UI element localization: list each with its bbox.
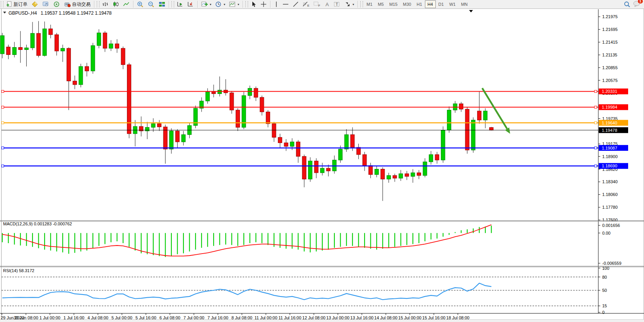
svg-text:1.19984: 1.19984 (602, 105, 617, 109)
shift-marker[interactable] (469, 10, 473, 12)
candle (260, 97, 264, 112)
tab-timeframe-m15[interactable]: M15 (387, 0, 400, 8)
price-tag-1.19087: 1.19087 (599, 145, 628, 151)
candle (121, 48, 125, 65)
time-axis: 29 Jun 202230 Jun 08:001 Jul 00:001 Jul … (0, 313, 644, 319)
line-anchor[interactable] (594, 165, 597, 167)
line-anchor[interactable] (2, 165, 4, 167)
chart-canvas[interactable]: GBPUSD-,H41.19537 1.19548 1.19472 1.1947… (0, 0, 644, 319)
navigator-button[interactable] (40, 0, 51, 9)
line-anchor[interactable] (594, 122, 597, 124)
arrows-button[interactable]: ▾ (343, 0, 356, 9)
grid-button[interactable]: F (312, 0, 322, 9)
current-price-tag: 1.19478 (599, 127, 628, 133)
candle (85, 66, 89, 71)
rsi-tick-label: 50 (602, 288, 607, 293)
candlestick-chart-button[interactable] (111, 0, 121, 9)
time-tick-label: 13 Jul 16:00 (350, 315, 373, 319)
indicators-button[interactable]: ▾ (199, 0, 213, 9)
candle (272, 124, 276, 137)
horizontal-line-button[interactable] (281, 0, 291, 9)
candle (490, 128, 493, 130)
candle (170, 131, 173, 149)
tab-timeframe-d1[interactable]: D1 (436, 0, 447, 8)
line-chart-icon (123, 1, 130, 7)
pivot-line[interactable] (2, 122, 598, 124)
market-watch-button[interactable] (29, 0, 40, 9)
search-icon[interactable] (624, 1, 631, 7)
line-chart-button[interactable] (121, 0, 132, 9)
text-label-button[interactable]: T (332, 0, 343, 9)
candle (24, 48, 28, 50)
time-tick-label: 30 Jun 08:00 (14, 315, 38, 319)
candle (314, 161, 318, 173)
support-line-2[interactable] (2, 165, 598, 167)
price-tick-label: 1.21135 (602, 53, 617, 57)
text-button[interactable]: A (322, 0, 332, 9)
zoom-in-button[interactable] (135, 0, 146, 9)
new-order-button[interactable]: 新订单 (4, 0, 29, 9)
templates-icon (229, 1, 236, 7)
price-tag-1.19640: 1.19640 (599, 120, 628, 126)
text-icon: A (324, 1, 330, 7)
tab-timeframe-h4[interactable]: H4 (425, 0, 436, 8)
tab-timeframe-m30[interactable]: M30 (400, 0, 414, 8)
candle (158, 124, 161, 127)
line-anchor[interactable] (594, 106, 597, 108)
templates-button[interactable]: ▾ (227, 0, 241, 9)
price-tick-label: 1.17780 (602, 205, 618, 210)
line-anchor[interactable] (2, 106, 4, 108)
rsi-tick-label: 0 (602, 310, 605, 315)
line-anchor[interactable] (2, 90, 4, 92)
fibonacci-icon: E (303, 1, 310, 7)
candle (308, 161, 312, 179)
price-tick-label: 1.20855 (602, 65, 618, 70)
line-anchor[interactable] (2, 147, 4, 149)
tab-timeframe-mn[interactable]: MN (458, 0, 470, 8)
terminal-button[interactable] (51, 0, 62, 9)
time-tick-label: 18 Jul 08:00 (446, 315, 469, 319)
line-anchor[interactable] (594, 90, 597, 92)
crosshair-button[interactable] (259, 0, 269, 9)
chart-shift-button[interactable] (185, 0, 196, 9)
candle (429, 155, 433, 162)
line-anchor[interactable] (594, 147, 597, 149)
tab-timeframe-m5[interactable]: M5 (375, 0, 386, 8)
cursor-button[interactable] (249, 0, 259, 9)
tile-windows-button[interactable] (157, 0, 167, 9)
candle (91, 46, 95, 71)
tab-timeframe-w1[interactable]: W1 (447, 0, 459, 8)
time-tick-label: 13 Jul 00:00 (326, 315, 349, 319)
terminal-icon (53, 1, 60, 7)
notifications-button[interactable]: 1 (633, 0, 641, 8)
tab-timeframe-h1[interactable]: H1 (414, 0, 425, 8)
notification-badge: 1 (637, 0, 643, 4)
tab-timeframe-m1[interactable]: M1 (364, 0, 375, 8)
candle (471, 120, 475, 150)
chart-shift-icon (187, 1, 194, 7)
candle (254, 88, 258, 97)
auto-scroll-icon (177, 1, 183, 7)
price-tick-label: 1.20575 (602, 78, 618, 83)
price-tick-label: 1.21695 (602, 27, 618, 32)
candle (145, 127, 149, 131)
auto-scroll-button[interactable] (175, 0, 185, 9)
toolbar-grip[interactable] (1, 1, 3, 7)
periods-button[interactable]: ▾ (213, 0, 227, 9)
line-anchor[interactable] (2, 122, 4, 124)
candle (435, 155, 439, 160)
candle (151, 124, 155, 127)
svg-text:1.19087: 1.19087 (602, 146, 617, 150)
candle (411, 173, 415, 176)
price-tick-label: 1.18900 (602, 154, 618, 159)
zoom-out-button[interactable] (146, 0, 157, 9)
fibonacci-button[interactable]: E (301, 0, 312, 9)
autotrading-button[interactable]: 自动交易 (62, 0, 92, 9)
candle (175, 131, 179, 142)
bar-chart-button[interactable] (100, 0, 111, 9)
macd-signal-line (2, 225, 492, 256)
trendline-button[interactable] (291, 0, 301, 9)
vertical-line-button[interactable] (272, 0, 281, 9)
resistance-line-2[interactable] (2, 106, 598, 108)
resistance-line-1[interactable] (2, 90, 598, 92)
